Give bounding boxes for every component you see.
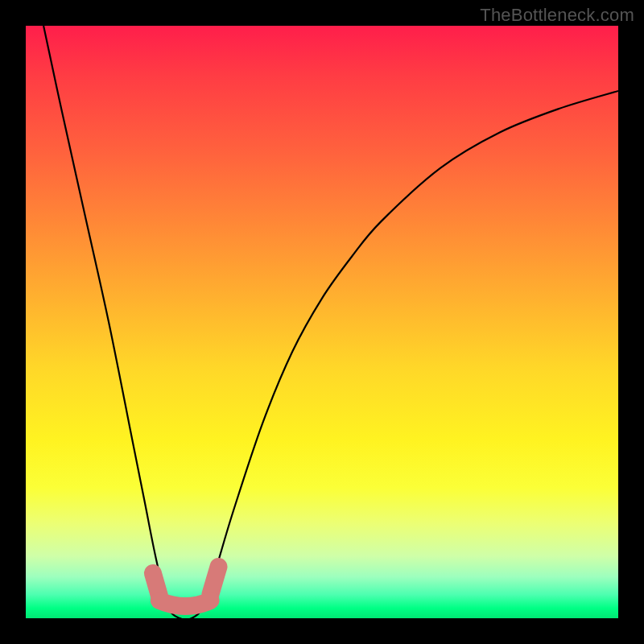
plot-area bbox=[26, 26, 618, 618]
highlight-blob-right bbox=[211, 567, 219, 594]
watermark-text: TheBottleneck.com bbox=[480, 5, 634, 26]
highlight-blob-bottom bbox=[159, 601, 211, 606]
curve-svg bbox=[26, 26, 618, 618]
chart-frame: TheBottleneck.com bbox=[0, 0, 644, 644]
bottleneck-curve bbox=[43, 26, 618, 618]
